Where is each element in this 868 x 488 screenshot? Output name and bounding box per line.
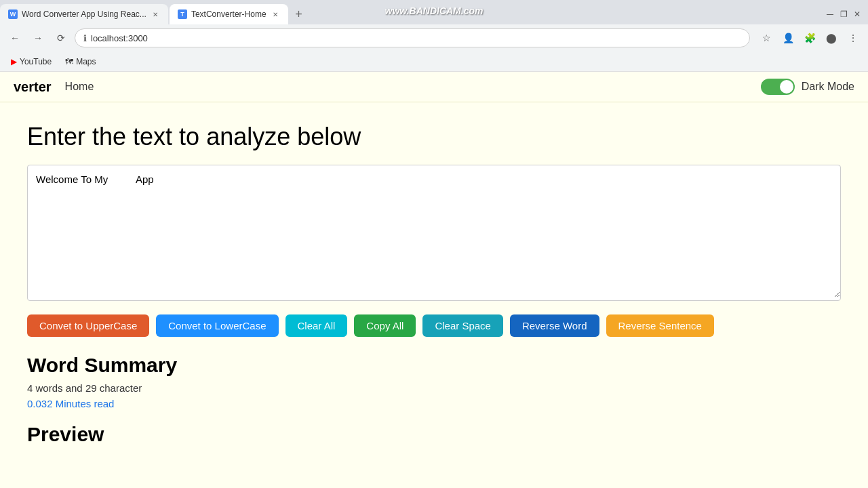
back-button[interactable]: ← bbox=[5, 28, 24, 47]
address-bar[interactable]: ℹ localhost:3000 bbox=[75, 28, 750, 47]
maps-label: Maps bbox=[76, 57, 96, 66]
tab1-label: Word Converter App Using Reac... bbox=[22, 9, 146, 19]
text-input[interactable]: Welcome To My App bbox=[28, 165, 840, 298]
app-container: verter Home Dark Mode Enter the text to … bbox=[0, 72, 868, 488]
word-count-text: 4 words and 29 character bbox=[27, 382, 841, 394]
profile-button[interactable]: 👤 bbox=[778, 28, 797, 47]
tab-1[interactable]: W Word Converter App Using Reac... ✕ bbox=[0, 4, 168, 24]
youtube-icon: ▶ bbox=[11, 57, 17, 66]
tab1-close[interactable]: ✕ bbox=[151, 9, 160, 19]
page-title: Enter the text to analyze below bbox=[27, 123, 841, 151]
bandicam-watermark: www.BANDICAM.com bbox=[385, 5, 484, 16]
main-content: Enter the text to analyze below Welcome … bbox=[0, 102, 868, 460]
navbar: verter Home Dark Mode bbox=[0, 72, 868, 102]
home-link[interactable]: Home bbox=[65, 81, 94, 93]
address-bar-row: ← → ⟳ ℹ localhost:3000 ☆ 👤 🧩 ⬤ ⋮ bbox=[0, 24, 868, 52]
lowercase-button[interactable]: Convet to LowerCase bbox=[156, 314, 278, 337]
avatar-button[interactable]: ⬤ bbox=[822, 28, 841, 47]
browser-chrome: W Word Converter App Using Reac... ✕ T T… bbox=[0, 0, 868, 72]
bookmark-button[interactable]: ☆ bbox=[757, 28, 776, 47]
minimize-button[interactable]: ─ bbox=[825, 9, 835, 20]
clear-all-button[interactable]: Clear All bbox=[285, 314, 348, 337]
navbar-links: Home bbox=[65, 81, 94, 93]
toggle-knob bbox=[780, 80, 793, 94]
tab-bar: W Word Converter App Using Reac... ✕ T T… bbox=[0, 0, 868, 24]
address-text: localhost:3000 bbox=[91, 33, 148, 43]
tab2-label: TextConverter-Home bbox=[191, 9, 267, 19]
dark-mode-switch[interactable] bbox=[761, 79, 795, 95]
word-summary-title: Word Summary bbox=[27, 354, 841, 377]
maps-icon: 🗺 bbox=[65, 57, 73, 66]
restore-button[interactable]: ❐ bbox=[838, 9, 849, 20]
window-controls: ─ ❐ ✕ bbox=[825, 9, 868, 20]
youtube-label: YouTube bbox=[20, 57, 52, 66]
preview-section: Preview bbox=[27, 423, 841, 446]
dark-mode-toggle: Dark Mode bbox=[761, 79, 854, 95]
browser-icons: ☆ 👤 🧩 ⬤ ⋮ bbox=[757, 28, 863, 47]
close-button[interactable]: ✕ bbox=[852, 9, 863, 20]
clear-space-button[interactable]: Clear Space bbox=[422, 314, 503, 337]
tab2-close[interactable]: ✕ bbox=[271, 9, 280, 19]
tab1-favicon: W bbox=[8, 9, 18, 19]
bookmarks-bar: ▶ YouTube 🗺 Maps bbox=[0, 52, 868, 72]
reload-button[interactable]: ⟳ bbox=[52, 28, 71, 47]
reverse-sentence-button[interactable]: Reverse Sentence bbox=[606, 314, 714, 337]
bookmark-youtube[interactable]: ▶ YouTube bbox=[5, 56, 57, 68]
tab2-favicon: T bbox=[178, 9, 187, 19]
extensions-button[interactable]: 🧩 bbox=[800, 28, 819, 47]
reading-time: 0.032 Minutes read bbox=[27, 398, 841, 409]
reverse-word-button[interactable]: Reverse Word bbox=[510, 314, 599, 337]
secure-icon: ℹ bbox=[83, 33, 87, 43]
button-row: Convet to UpperCase Convet to LowerCase … bbox=[27, 314, 841, 337]
dark-mode-label: Dark Mode bbox=[802, 81, 854, 93]
copy-all-button[interactable]: Copy All bbox=[354, 314, 416, 337]
forward-button[interactable]: → bbox=[28, 28, 47, 47]
tab-2[interactable]: T TextConverter-Home ✕ bbox=[170, 4, 288, 24]
word-summary-section: Word Summary 4 words and 29 character 0.… bbox=[27, 354, 841, 409]
new-tab-button[interactable]: + bbox=[290, 5, 309, 24]
navbar-brand: verter bbox=[14, 79, 52, 95]
menu-button[interactable]: ⋮ bbox=[844, 28, 863, 47]
preview-title: Preview bbox=[27, 423, 841, 446]
textarea-container: Welcome To My App bbox=[27, 165, 841, 301]
bookmark-maps[interactable]: 🗺 Maps bbox=[60, 56, 101, 68]
uppercase-button[interactable]: Convet to UpperCase bbox=[27, 314, 149, 337]
